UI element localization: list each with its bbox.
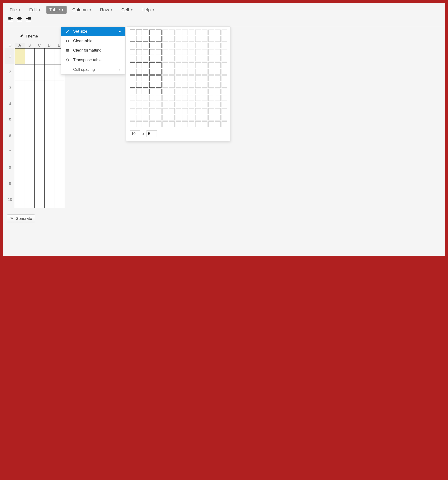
size-cell[interactable]: [215, 82, 220, 88]
size-cell[interactable]: [176, 121, 181, 127]
cell[interactable]: [25, 48, 35, 64]
size-cell[interactable]: [149, 29, 155, 35]
size-cell[interactable]: [149, 49, 155, 55]
generate-button[interactable]: Generate: [7, 214, 35, 223]
size-cell[interactable]: [182, 62, 188, 68]
align-center-button[interactable]: [16, 16, 24, 23]
size-cell[interactable]: [176, 62, 181, 68]
row-header[interactable]: 4: [5, 96, 15, 112]
size-cell[interactable]: [143, 89, 148, 94]
size-cell[interactable]: [202, 43, 207, 48]
size-cell[interactable]: [169, 36, 175, 42]
size-cell[interactable]: [221, 89, 227, 94]
size-cell[interactable]: [189, 49, 194, 55]
size-cell[interactable]: [163, 62, 168, 68]
cell[interactable]: [25, 96, 35, 112]
size-cell[interactable]: [208, 121, 214, 127]
size-cell[interactable]: [149, 108, 155, 114]
size-grid[interactable]: [130, 29, 227, 127]
menu-transpose[interactable]: Transpose table: [61, 55, 125, 65]
size-cell[interactable]: [156, 82, 162, 88]
size-cell[interactable]: [143, 121, 148, 127]
size-cell[interactable]: [156, 102, 162, 107]
cell[interactable]: [15, 48, 25, 64]
size-cell[interactable]: [149, 76, 155, 81]
size-cell[interactable]: [163, 89, 168, 94]
size-cell[interactable]: [182, 115, 188, 120]
size-cell[interactable]: [169, 115, 175, 120]
size-cell[interactable]: [202, 76, 207, 81]
cell[interactable]: [44, 176, 54, 192]
size-cell[interactable]: [169, 89, 175, 94]
size-cell[interactable]: [195, 76, 201, 81]
size-cell[interactable]: [182, 89, 188, 94]
size-cell[interactable]: [182, 121, 188, 127]
size-cell[interactable]: [163, 69, 168, 75]
size-cell[interactable]: [215, 115, 220, 120]
size-cell[interactable]: [221, 43, 227, 48]
size-cell[interactable]: [221, 56, 227, 61]
size-cell[interactable]: [130, 89, 135, 94]
size-cell[interactable]: [149, 36, 155, 42]
row-header[interactable]: 6: [5, 128, 15, 144]
menu-clear-formatting[interactable]: Clear formatting: [61, 46, 125, 55]
size-cell[interactable]: [136, 49, 142, 55]
cell[interactable]: [15, 64, 25, 80]
size-cell[interactable]: [202, 115, 207, 120]
size-cell[interactable]: [130, 69, 135, 75]
size-cell[interactable]: [136, 62, 142, 68]
size-cell[interactable]: [208, 102, 214, 107]
size-cell[interactable]: [136, 76, 142, 81]
size-cell[interactable]: [221, 76, 227, 81]
menu-cell-spacing[interactable]: Cell spacing ▶: [61, 65, 125, 74]
size-cell[interactable]: [182, 102, 188, 107]
size-cell[interactable]: [143, 62, 148, 68]
cell[interactable]: [54, 112, 64, 128]
cell[interactable]: [35, 96, 44, 112]
size-cell[interactable]: [163, 115, 168, 120]
size-cell[interactable]: [176, 49, 181, 55]
size-cell[interactable]: [163, 82, 168, 88]
size-cell[interactable]: [169, 29, 175, 35]
size-cell[interactable]: [143, 82, 148, 88]
size-cell[interactable]: [163, 56, 168, 61]
size-cell[interactable]: [189, 62, 194, 68]
size-cell[interactable]: [143, 36, 148, 42]
size-cell[interactable]: [189, 36, 194, 42]
cell[interactable]: [25, 176, 35, 192]
size-cell[interactable]: [208, 62, 214, 68]
cell[interactable]: [54, 128, 64, 144]
size-cell[interactable]: [130, 95, 135, 101]
cell[interactable]: [44, 192, 54, 208]
size-cell[interactable]: [136, 115, 142, 120]
size-cell[interactable]: [208, 95, 214, 101]
size-cell[interactable]: [208, 69, 214, 75]
size-cell[interactable]: [163, 121, 168, 127]
size-cell[interactable]: [176, 95, 181, 101]
size-cell[interactable]: [136, 69, 142, 75]
size-cell[interactable]: [176, 115, 181, 120]
cell[interactable]: [35, 144, 44, 160]
size-cell[interactable]: [143, 95, 148, 101]
size-cell[interactable]: [136, 89, 142, 94]
size-cell[interactable]: [169, 76, 175, 81]
size-cell[interactable]: [208, 108, 214, 114]
size-cell[interactable]: [163, 95, 168, 101]
size-cell[interactable]: [189, 121, 194, 127]
cell[interactable]: [15, 112, 25, 128]
size-cell[interactable]: [195, 108, 201, 114]
size-cell[interactable]: [163, 43, 168, 48]
size-cell[interactable]: [215, 49, 220, 55]
size-cell[interactable]: [215, 89, 220, 94]
theme-button[interactable]: Theme: [17, 33, 40, 40]
cell[interactable]: [54, 96, 64, 112]
size-cell[interactable]: [182, 43, 188, 48]
row-header[interactable]: 8: [5, 160, 15, 176]
size-cell[interactable]: [202, 56, 207, 61]
size-cell[interactable]: [189, 102, 194, 107]
size-cell[interactable]: [143, 69, 148, 75]
size-cell[interactable]: [215, 69, 220, 75]
col-header[interactable]: D: [44, 43, 54, 48]
cell[interactable]: [35, 160, 44, 176]
size-cell[interactable]: [202, 121, 207, 127]
